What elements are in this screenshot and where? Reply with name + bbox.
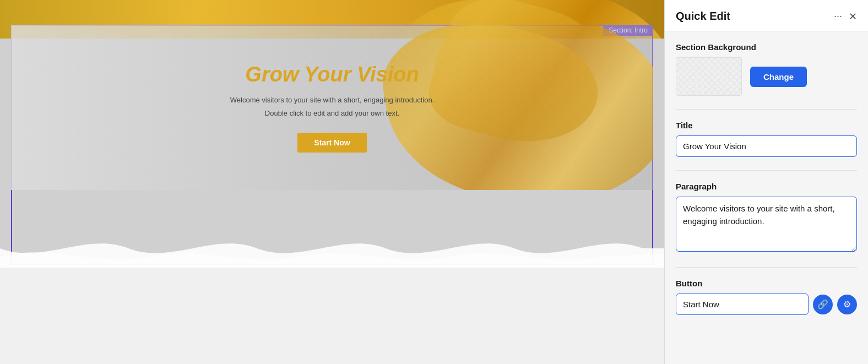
- canvas-area: Section: Intro Grow Your Vision Welcome …: [0, 0, 664, 364]
- wave-separator: [0, 226, 664, 270]
- panel-header-icons: ··· ✕: [834, 10, 857, 23]
- more-options-icon: ···: [834, 10, 842, 22]
- panel-body: Section Background Change Title Paragrap…: [665, 31, 868, 364]
- hero-title: Grow Your Vision: [230, 63, 434, 86]
- button-field-section: Button 🔗 ⚙: [676, 279, 857, 315]
- hero-cta-button[interactable]: Start Now: [297, 133, 366, 153]
- bottom-content-area: [0, 268, 664, 364]
- paragraph-field-section: Paragraph Welcome visitors to your site …: [676, 182, 857, 254]
- section-background-label: Section Background: [676, 42, 857, 52]
- divider-3: [676, 267, 857, 268]
- paragraph-label: Paragraph: [676, 182, 857, 191]
- button-label: Button: [676, 279, 857, 288]
- button-settings-icon-button[interactable]: ⚙: [837, 295, 857, 314]
- panel-header: Quick Edit ··· ✕: [665, 0, 868, 31]
- hero-paragraph-1: Welcome visitors to your site with a sho…: [230, 95, 434, 106]
- panel-title: Quick Edit: [676, 10, 730, 23]
- button-input-row: 🔗 ⚙: [676, 294, 857, 315]
- change-background-button[interactable]: Change: [750, 67, 807, 87]
- hero-text-container: Grow Your Vision Welcome visitors to you…: [230, 63, 434, 153]
- background-preview-swatch[interactable]: [676, 57, 742, 96]
- button-text-input[interactable]: [676, 294, 809, 315]
- settings-icon: ⚙: [843, 299, 851, 309]
- background-row: Change: [676, 57, 857, 96]
- title-label: Title: [676, 121, 857, 130]
- quick-edit-panel: Quick Edit ··· ✕ Section Background Chan…: [664, 0, 868, 364]
- title-input[interactable]: [676, 135, 857, 157]
- more-options-button[interactable]: ···: [834, 10, 842, 22]
- link-icon: 🔗: [817, 299, 828, 309]
- divider-2: [676, 170, 857, 171]
- paragraph-textarea[interactable]: Welcome visitors to your site with a sho…: [676, 197, 857, 252]
- button-link-icon-button[interactable]: 🔗: [813, 295, 833, 314]
- section-background-field: Section Background Change: [676, 42, 857, 96]
- close-button[interactable]: ✕: [849, 10, 857, 23]
- divider-1: [676, 109, 857, 110]
- hero-section[interactable]: Grow Your Vision Welcome visitors to you…: [11, 25, 653, 190]
- hero-paragraph-2: Double click to edit and add your own te…: [230, 108, 434, 119]
- title-field-section: Title: [676, 121, 857, 157]
- close-icon: ✕: [849, 10, 857, 23]
